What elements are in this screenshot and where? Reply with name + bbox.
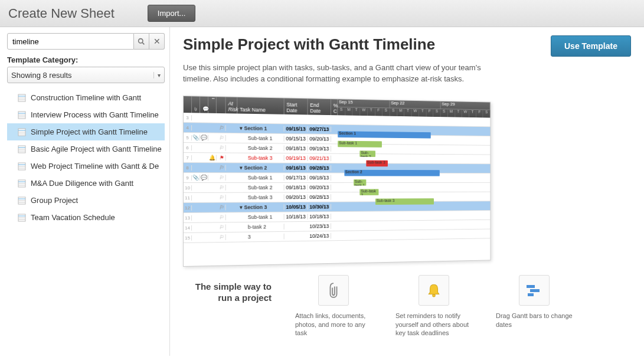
template-list-item[interactable]: M&A Due Diligence with Gantt bbox=[7, 175, 165, 192]
svg-point-34 bbox=[433, 294, 435, 296]
gantt-bars-icon bbox=[525, 284, 543, 297]
search-input[interactable] bbox=[7, 33, 134, 50]
tagline: The simple way to run a project bbox=[183, 275, 272, 304]
feature-text: Drag Gantt bars to change dates bbox=[496, 312, 573, 329]
sheet-icon bbox=[18, 196, 26, 205]
sheet-icon bbox=[18, 145, 26, 153]
category-dropdown[interactable]: Showing 8 results ▾ bbox=[7, 67, 165, 83]
template-list-item[interactable]: Team Vacation Schedule bbox=[7, 209, 165, 226]
bell-icon bbox=[426, 283, 442, 298]
template-item-label: Interview Process with Gantt Timeline bbox=[31, 110, 159, 119]
template-item-label: Simple Project with Gantt Timeline bbox=[31, 127, 148, 136]
template-item-label: Web Project Timeline with Gantt & De bbox=[31, 162, 159, 171]
chevron-down-icon: ▾ bbox=[153, 72, 161, 78]
sheet-icon bbox=[18, 214, 26, 222]
sheet-icon bbox=[18, 179, 26, 188]
template-list-item[interactable]: Interview Process with Gantt Timeline bbox=[7, 106, 165, 123]
template-item-label: Group Project bbox=[31, 196, 78, 205]
svg-rect-35 bbox=[527, 285, 535, 288]
svg-rect-36 bbox=[530, 289, 540, 292]
feature-attach: Attach links, documents, photos, and mor… bbox=[295, 275, 372, 338]
template-title: Simple Project with Gantt Timeline bbox=[183, 35, 435, 54]
search-icon bbox=[138, 38, 145, 45]
search-button[interactable] bbox=[134, 33, 149, 50]
template-list-item[interactable]: Construction Timeline with Gantt bbox=[7, 89, 165, 106]
template-list-item[interactable]: Simple Project with Gantt Timeline bbox=[7, 123, 165, 140]
sidebar: ✕ Template Category: Showing 8 results ▾… bbox=[0, 27, 170, 356]
sheet-icon bbox=[18, 162, 26, 171]
feature-gantt: Drag Gantt bars to change dates bbox=[496, 275, 573, 329]
attachment-icon bbox=[327, 282, 340, 299]
svg-rect-37 bbox=[528, 293, 534, 296]
template-list-item[interactable]: Web Project Timeline with Gantt & De bbox=[7, 158, 165, 175]
svg-line-1 bbox=[142, 42, 144, 44]
template-list-item[interactable]: Basic Agile Project with Gantt Timeline bbox=[7, 140, 165, 158]
use-template-button[interactable]: Use Template bbox=[551, 35, 631, 57]
import-button[interactable]: Import... bbox=[148, 5, 196, 22]
sheet-icon bbox=[18, 94, 26, 102]
feature-text: Attach links, documents, photos, and mor… bbox=[295, 312, 372, 338]
template-list: Construction Timeline with GanttIntervie… bbox=[7, 89, 165, 226]
sheet-icon bbox=[18, 111, 26, 119]
template-item-label: Basic Agile Project with Gantt Timeline bbox=[31, 145, 162, 153]
feature-reminders: Set reminders to notify yourself and oth… bbox=[395, 275, 472, 338]
sheet-icon bbox=[18, 128, 26, 136]
template-description: Use this simple project plan with tasks,… bbox=[183, 63, 502, 85]
svg-point-0 bbox=[139, 38, 143, 42]
app-header: Create New Sheet Import... bbox=[0, 0, 644, 27]
template-preview: 💬iAt RiskTask NameStart DateEnd Date% CS… bbox=[183, 96, 514, 267]
template-item-label: M&A Due Diligence with Gantt bbox=[31, 179, 133, 188]
category-label: Template Category: bbox=[7, 55, 165, 64]
page-title: Create New Sheet bbox=[8, 6, 115, 21]
template-item-label: Team Vacation Schedule bbox=[31, 213, 115, 222]
feature-text: Set reminders to notify yourself and oth… bbox=[395, 312, 472, 338]
category-selected-text: Showing 8 results bbox=[11, 71, 72, 80]
feature-row: The simple way to run a project Attach l… bbox=[183, 275, 631, 338]
clear-search-button[interactable]: ✕ bbox=[149, 33, 165, 50]
main-panel: Simple Project with Gantt Timeline Use T… bbox=[170, 27, 644, 356]
close-icon: ✕ bbox=[153, 37, 161, 46]
template-item-label: Construction Timeline with Gantt bbox=[31, 93, 141, 102]
template-list-item[interactable]: Group Project bbox=[7, 192, 165, 209]
